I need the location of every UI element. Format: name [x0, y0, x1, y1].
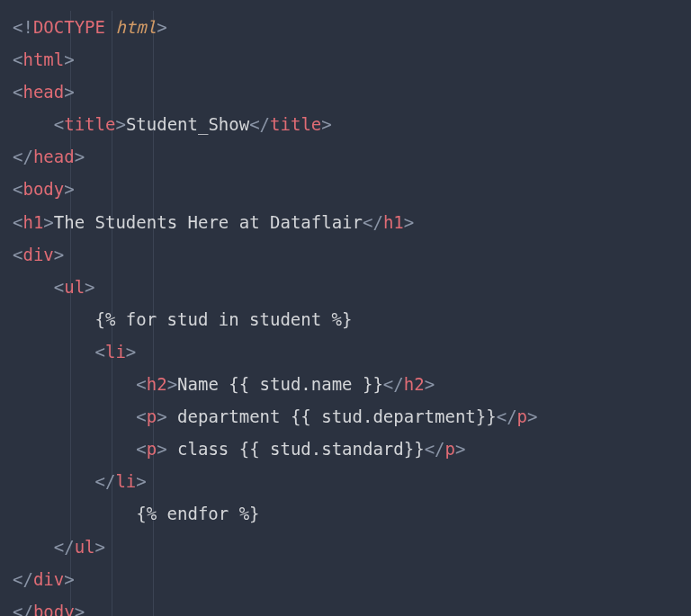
code-line[interactable]: {% endfor %} [13, 497, 678, 530]
code-line[interactable]: <h2>Name {{ stud.name }}</h2> [13, 368, 678, 400]
code-line[interactable]: <h1>The Students Here at Dataflair</h1> [13, 206, 678, 238]
punctuation: < [13, 179, 22, 199]
code-line[interactable]: <ul> [13, 271, 678, 303]
punctuation: < [425, 439, 435, 459]
indent [13, 342, 95, 362]
code-line[interactable]: <html> [13, 43, 678, 76]
tag-name: title [64, 114, 115, 134]
code-line[interactable]: </ul> [13, 531, 678, 563]
punctuation: / [105, 471, 115, 491]
punctuation: > [54, 245, 64, 264]
code-text: department {{ stud.department}} [167, 406, 497, 426]
code-text [105, 17, 115, 37]
indent [13, 471, 95, 491]
punctuation: / [22, 569, 32, 589]
punctuation: > [425, 374, 435, 394]
indent [13, 537, 54, 557]
code-line[interactable]: <head> [13, 76, 678, 108]
punctuation: < [136, 374, 146, 394]
code-line[interactable]: <title>Student_Show</title> [13, 108, 678, 140]
code-line[interactable]: </li> [13, 465, 678, 497]
punctuation: > [126, 342, 136, 362]
tag-name: h2 [404, 374, 425, 394]
punctuation: > [404, 212, 414, 232]
code-line[interactable]: <li> [13, 335, 678, 368]
tag-name: body [22, 179, 64, 199]
punctuation: < [13, 49, 22, 69]
indent [13, 406, 136, 426]
punctuation: / [393, 374, 403, 394]
tag-name: div [33, 569, 64, 589]
punctuation: < [383, 374, 393, 394]
punctuation: < [136, 439, 146, 459]
tag-name: p [517, 406, 527, 426]
punctuation: / [507, 406, 516, 426]
tag-name: h2 [147, 374, 167, 394]
punctuation: > [167, 374, 177, 394]
punctuation: < [54, 114, 64, 134]
tag-name: h1 [383, 212, 404, 232]
indent [13, 504, 136, 523]
tag-name: h1 [22, 212, 43, 232]
tag-name: head [33, 147, 75, 166]
tag-name: div [22, 245, 53, 264]
tag-name: head [22, 82, 64, 102]
tag-name: ul [75, 537, 95, 557]
punctuation: > [64, 569, 74, 589]
punctuation: < [13, 245, 22, 264]
tag-name: DOCTYPE [33, 17, 105, 37]
tag-name: p [147, 439, 157, 459]
punctuation: < [136, 406, 146, 426]
code-line[interactable]: {% for stud in student %} [13, 303, 678, 335]
punctuation: < [13, 212, 22, 232]
tag-name: body [33, 602, 75, 616]
punctuation: > [321, 114, 331, 134]
punctuation: > [64, 82, 74, 102]
code-editor[interactable]: <!DOCTYPE html> <html> <head> <title>Stu… [13, 11, 678, 616]
punctuation: > [95, 537, 105, 557]
punctuation: > [136, 471, 146, 491]
attribute: html [115, 17, 157, 37]
code-line[interactable]: <p> department {{ stud.department}}</p> [13, 400, 678, 433]
punctuation: > [115, 114, 125, 134]
tag-name: p [147, 406, 157, 426]
punctuation: < [13, 147, 22, 166]
punctuation: <! [13, 17, 33, 37]
indent [13, 439, 136, 459]
punctuation: < [363, 212, 372, 232]
punctuation: < [249, 114, 259, 134]
punctuation: < [95, 471, 105, 491]
indent [13, 374, 136, 394]
code-line[interactable]: </head> [13, 140, 678, 173]
punctuation: / [372, 212, 382, 232]
code-line[interactable]: <!DOCTYPE html> [13, 11, 678, 43]
indent [13, 277, 54, 297]
code-line[interactable]: <div> [13, 238, 678, 271]
punctuation: / [22, 147, 32, 166]
tag-name: html [22, 49, 64, 69]
tag-name: li [115, 471, 136, 491]
punctuation: < [13, 602, 22, 616]
code-line[interactable]: </div> [13, 563, 678, 595]
punctuation: < [13, 569, 22, 589]
code-line[interactable]: </body> [13, 595, 678, 616]
punctuation: / [260, 114, 270, 134]
tag-name: title [270, 114, 321, 134]
punctuation: > [64, 49, 74, 69]
code-line[interactable]: <body> [13, 173, 678, 205]
code-text: Name {{ stud.name }} [177, 374, 383, 394]
punctuation: > [64, 179, 74, 199]
punctuation: < [497, 406, 507, 426]
punctuation: > [75, 147, 85, 166]
tag-name: li [105, 342, 126, 362]
tag-name: ul [64, 277, 85, 297]
punctuation: > [43, 212, 53, 232]
code-line[interactable]: <p> class {{ stud.standard}}</p> [13, 433, 678, 465]
template-tag: {% endfor %} [136, 504, 259, 523]
code-text: Student_Show [126, 114, 249, 134]
punctuation: > [157, 439, 166, 459]
punctuation: > [75, 602, 85, 616]
punctuation: < [54, 537, 64, 557]
punctuation: > [85, 277, 94, 297]
punctuation: / [22, 602, 32, 616]
